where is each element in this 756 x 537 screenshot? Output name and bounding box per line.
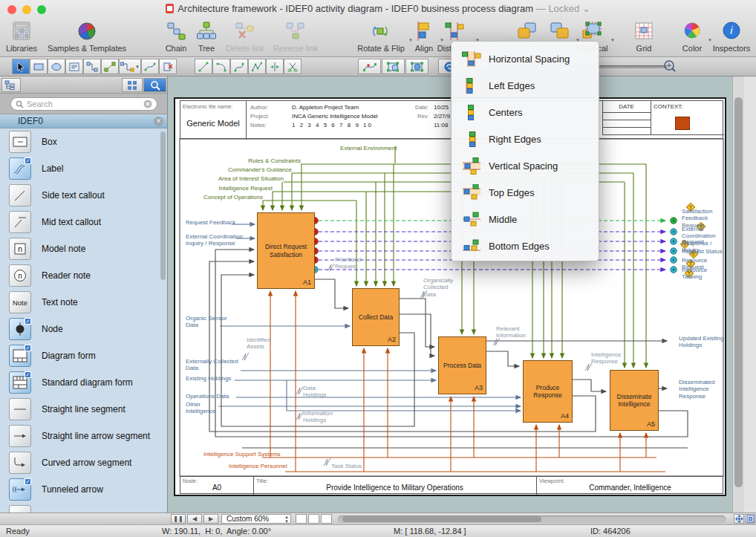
- label-concept-of-operations[interactable]: Concept of Operations: [187, 194, 263, 201]
- library-item-diagram-form[interactable]: ✓Diagram form: [0, 342, 168, 369]
- toolbar-chain[interactable]: Chain: [160, 20, 192, 56]
- scissors-tool[interactable]: [284, 59, 302, 74]
- select-tool[interactable]: [12, 59, 30, 74]
- date-value[interactable]: 10/25: [434, 104, 449, 111]
- pan-view-icon[interactable]: [734, 514, 744, 524]
- split-tool[interactable]: [266, 59, 284, 74]
- library-item-model-note[interactable]: nModel note: [0, 235, 168, 262]
- label-request-status[interactable]: Request Status: [682, 248, 723, 255]
- prev-page-button[interactable]: ◀: [187, 514, 202, 524]
- clear-search-icon[interactable]: [143, 100, 152, 108]
- rev-time-value[interactable]: 11:08: [434, 122, 448, 128]
- toolbar-reverse-link[interactable]: Reverse link: [270, 20, 321, 56]
- menu-item-centers[interactable]: Centers: [452, 99, 599, 126]
- label-existing-holdings[interactable]: Existing Holdings: [186, 375, 231, 382]
- author-value[interactable]: D. Appleton Project Team: [292, 104, 359, 111]
- menu-item-right-edges[interactable]: Right Edges: [452, 126, 599, 152]
- label-relevant-information[interactable]: Relevant Information: [496, 325, 526, 339]
- rev-value[interactable]: 2/27/9: [434, 113, 450, 120]
- library-item-curved-arrow-segment[interactable]: Curved arrow segment: [0, 449, 168, 476]
- fit-page-icon[interactable]: [745, 514, 755, 524]
- page-view-button-2[interactable]: [308, 514, 319, 524]
- label-organic-sensor[interactable]: Organic Sensor Data: [186, 315, 227, 329]
- activity-box-a4[interactable]: Produce ResponseA4: [523, 360, 573, 423]
- disconnect-tool[interactable]: [159, 59, 177, 74]
- horizontal-scrollbar[interactable]: [338, 515, 726, 523]
- library-item-straight-line-arrow[interactable]: Straight line arrow segment: [0, 423, 168, 449]
- activity-box-a2[interactable]: Collect DataA2: [352, 288, 400, 346]
- pause-pages-button[interactable]: ❚❚: [171, 514, 186, 524]
- label-information-holdings[interactable]: Information Holdings: [303, 410, 333, 424]
- activity-box-a1[interactable]: Direct Request SatisfactionA1: [257, 212, 315, 289]
- label-rules-constraints[interactable]: Rules & Constraints: [227, 157, 301, 164]
- label-resource-tasking[interactable]: Resource Tasking: [682, 267, 725, 281]
- toolbar-tree[interactable]: Tree: [192, 20, 221, 56]
- connector-tool[interactable]: [83, 59, 101, 74]
- label-external-coordination[interactable]: External Coordination Inquiry / Response: [186, 233, 243, 247]
- page-view-button-3[interactable]: [321, 514, 332, 524]
- activity-box-a3[interactable]: Process DataA3: [438, 336, 486, 394]
- zoom-stepper-icon[interactable]: ▲▼: [284, 515, 290, 524]
- search-input[interactable]: Search: [10, 97, 157, 111]
- vertical-scrollbar-thumb[interactable]: [734, 97, 743, 487]
- toolbar-color[interactable]: ▼ Color: [678, 20, 706, 56]
- label-intelligence-response[interactable]: Intelligence Response: [591, 351, 621, 365]
- node-value[interactable]: A0: [180, 484, 253, 492]
- library-item-standard-diagram-form[interactable]: ✓Standard diagram form: [0, 369, 168, 396]
- title-value[interactable]: Provide Intelligence to Military Operati…: [253, 484, 536, 492]
- library-search-button[interactable]: [143, 78, 166, 92]
- label-commanders-guidance[interactable]: Commander's Guidance: [218, 166, 292, 173]
- menu-item-horizontal-spacing[interactable]: Horizontal Spacing: [452, 45, 599, 72]
- rectangle-tool[interactable]: [30, 59, 48, 74]
- edit-group-tool[interactable]: [382, 59, 405, 74]
- arc-tool[interactable]: [212, 59, 230, 74]
- label-organically-collected[interactable]: Organically Collected Data: [423, 277, 453, 298]
- toolbar-rotate-flip[interactable]: ▼ Rotate & Flip: [355, 20, 407, 56]
- toolbar-inspectors[interactable]: i Inspectors: [709, 20, 754, 56]
- library-item-node[interactable]: ✓Node: [0, 316, 168, 342]
- bezier-tool[interactable]: [230, 59, 248, 74]
- toolbar-grid[interactable]: Grid: [630, 20, 658, 56]
- toolbar-samples-templates[interactable]: Samples & Templates: [43, 20, 131, 56]
- label-updated-existing[interactable]: Updated Existing Holdings: [679, 335, 723, 349]
- project-value[interactable]: INCA Generic Intelligence Model: [292, 113, 378, 120]
- label-request[interactable]: Request: [682, 238, 704, 245]
- text-tool[interactable]: [65, 59, 83, 74]
- label-operations-data[interactable]: Operations Data: [186, 393, 229, 400]
- close-library-icon[interactable]: ✕: [154, 117, 163, 126]
- drawing-canvas[interactable]: T T T T T T Electronic file name:: [168, 77, 732, 512]
- menu-item-top-edges[interactable]: Top Edges: [452, 179, 599, 206]
- library-item-mid-text-callout[interactable]: Mid text callout: [0, 209, 168, 235]
- menu-item-vertical-spacing[interactable]: Vertical Spacing: [452, 152, 599, 179]
- label-area-of-interest[interactable]: Area of Interest Situation: [208, 175, 284, 182]
- ellipse-tool[interactable]: [48, 59, 65, 74]
- library-item-label[interactable]: ✓Label: [0, 155, 168, 182]
- label-intelligence-personnel[interactable]: Intelligence Personnel: [229, 463, 287, 469]
- label-disseminated-intel[interactable]: Disseminated Intelligence Response: [679, 379, 714, 400]
- label-intelligence-request[interactable]: Intelligence Request: [197, 185, 273, 192]
- next-page-button[interactable]: ▶: [203, 514, 218, 524]
- menu-item-middle[interactable]: Middle: [452, 206, 599, 232]
- library-item-box[interactable]: Box: [0, 128, 168, 155]
- polyline-tool[interactable]: [248, 59, 266, 74]
- label-identified-assets[interactable]: Identified Assets: [247, 336, 270, 351]
- library-grid-view-button[interactable]: [122, 78, 143, 92]
- activity-box-a5[interactable]: Disseminate IntelligenceA5: [610, 370, 659, 431]
- viewpoint-value[interactable]: Commander, Intelligence: [536, 484, 724, 492]
- zoom-in-icon[interactable]: [663, 59, 677, 73]
- context-thumbnail[interactable]: [675, 117, 690, 130]
- toolbar-libraries[interactable]: Libraries: [3, 20, 40, 56]
- library-section-header[interactable]: IDEF0 ✕: [0, 114, 168, 128]
- notes-value[interactable]: 1 2 3 4 5 6 7 8 9 10: [292, 122, 373, 128]
- label-intelligence-support[interactable]: Intelligence Support Systems: [203, 451, 281, 458]
- reshape-tool[interactable]: [358, 59, 381, 74]
- page-view-button-1[interactable]: [296, 514, 307, 524]
- direct-connector-tool[interactable]: [101, 59, 119, 74]
- library-item-straight-line-segment[interactable]: Straight line segment: [0, 396, 168, 423]
- menu-item-bottom-edges[interactable]: Bottom Edges: [452, 232, 599, 259]
- library-item-reader-note[interactable]: nReader note: [0, 262, 168, 289]
- label-task-status[interactable]: Task Status: [331, 463, 362, 469]
- label-prioritized-request[interactable]: Prioritized Request: [335, 256, 362, 270]
- vertical-scrollbar[interactable]: [732, 77, 744, 512]
- toolbar-align[interactable]: ▼ Align: [410, 20, 438, 56]
